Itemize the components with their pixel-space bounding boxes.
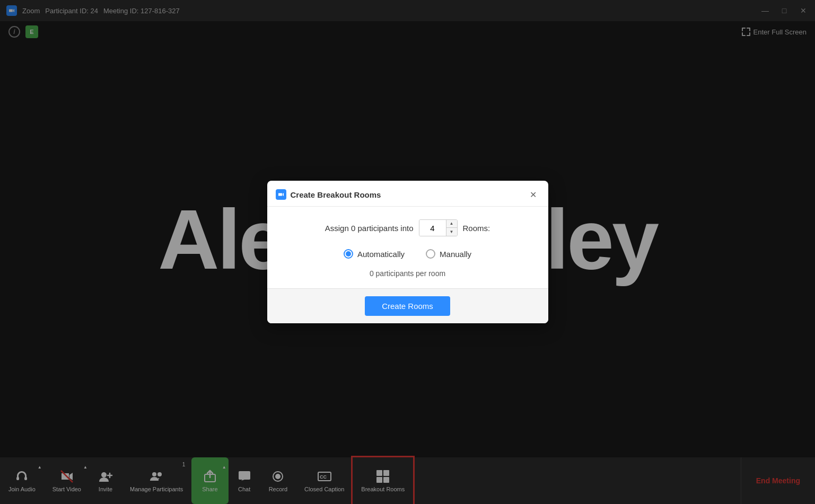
modal-footer: Create Rooms: [267, 288, 548, 323]
room-count-spinner[interactable]: ▲ ▼: [419, 219, 458, 236]
assign-text-suffix: Rooms:: [463, 224, 490, 233]
manual-radio[interactable]: [426, 249, 435, 259]
modal-body: Assign 0 participants into ▲ ▼ Rooms: Au…: [267, 207, 548, 288]
auto-radio[interactable]: [344, 249, 353, 259]
spinner-buttons: ▲ ▼: [446, 220, 457, 236]
modal-overlay: Create Breakout Rooms ✕ Assign 0 partici…: [0, 0, 815, 504]
assign-text-prefix: Assign 0 participants into: [325, 224, 414, 233]
auto-option[interactable]: Automatically: [344, 249, 405, 259]
spinner-down-button[interactable]: ▼: [446, 228, 457, 236]
modal-title-row: Create Breakout Rooms: [276, 189, 381, 200]
create-breakout-rooms-modal: Create Breakout Rooms ✕ Assign 0 partici…: [267, 181, 548, 323]
modal-zoom-icon: [276, 189, 286, 200]
assignment-method-row: Automatically Manually: [284, 249, 531, 259]
auto-label: Automatically: [357, 250, 405, 259]
manual-option[interactable]: Manually: [426, 249, 471, 259]
room-count-input[interactable]: [419, 220, 446, 236]
modal-header: Create Breakout Rooms ✕: [267, 181, 548, 207]
spinner-up-button[interactable]: ▲: [446, 220, 457, 228]
assign-row: Assign 0 participants into ▲ ▼ Rooms:: [284, 219, 531, 236]
modal-close-button[interactable]: ✕: [527, 188, 540, 201]
participants-per-room-text: 0 participants per room: [284, 269, 531, 278]
modal-title: Create Breakout Rooms: [291, 190, 381, 199]
create-rooms-button[interactable]: Create Rooms: [365, 296, 450, 316]
manual-label: Manually: [440, 250, 471, 259]
